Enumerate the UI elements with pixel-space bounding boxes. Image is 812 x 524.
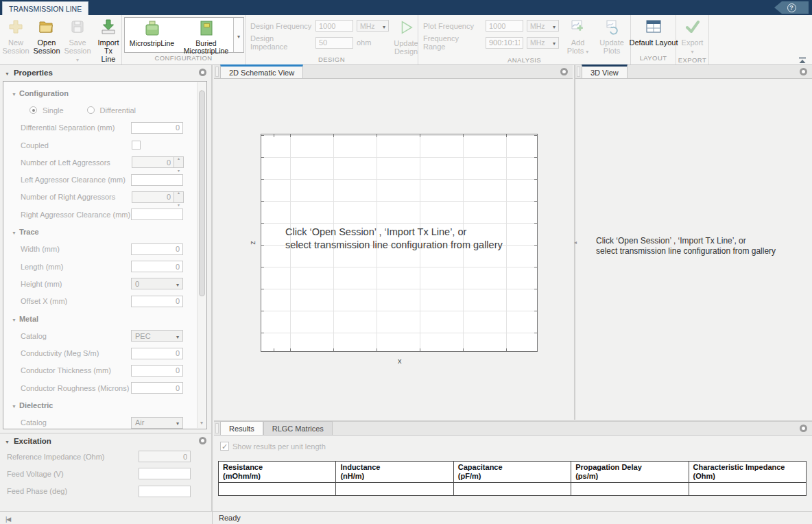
- tab-transmission-line[interactable]: TRANSMISSION LINE: [2, 1, 88, 15]
- group-dielectric[interactable]: Dielectric: [3, 396, 206, 414]
- excitation-actions-button[interactable]: [199, 437, 206, 444]
- feed-voltage-input[interactable]: [139, 468, 191, 479]
- dock-handle-icon[interactable]: [215, 423, 219, 433]
- tab-2d-schematic-view[interactable]: 2D Schematic View: [220, 64, 303, 78]
- add-plots-caret-icon: [586, 47, 588, 55]
- num-left-aggressors-spinner[interactable]: [174, 156, 184, 168]
- dropdown-caret-icon: [176, 418, 179, 427]
- default-layout-icon: [645, 19, 662, 36]
- update-plots-button[interactable]: Update Plots: [593, 15, 630, 55]
- properties-scrollbar[interactable]: [197, 82, 206, 428]
- show-results-per-unit-length-checkbox[interactable]: [220, 442, 229, 451]
- collapse-group-icon: [12, 89, 16, 97]
- save-icon: [69, 19, 86, 36]
- collapse-group-icon: [12, 401, 16, 409]
- buried-microstripline-icon: [198, 20, 215, 40]
- collapse-left-panel-button[interactable]: [5, 512, 10, 524]
- spin-up-icon: [178, 150, 180, 163]
- trace-height-dropdown[interactable]: 0: [131, 278, 183, 289]
- dock-handle-icon[interactable]: [215, 67, 219, 77]
- x-axis-label: x: [398, 357, 402, 365]
- unit-caret-icon: [383, 22, 385, 30]
- scroll-down-icon[interactable]: [198, 415, 206, 427]
- group-trace[interactable]: Trace: [3, 223, 206, 240]
- results-tabbar: Results RLGC Matrices: [214, 422, 812, 436]
- dock-handle-icon[interactable]: [577, 67, 580, 77]
- field-row: Right Aggressor Clearance (mm): [3, 206, 206, 223]
- gallery-dropdown-button[interactable]: [233, 18, 243, 52]
- design-impedance-label: Design Impedance: [250, 34, 312, 51]
- conductor-roughness-input[interactable]: [131, 382, 183, 394]
- gallery-item-microstripline[interactable]: MicrostripLine: [125, 18, 179, 52]
- empty-state-message: Click ‘Open Session’ , ‘Import Tx Line’,…: [285, 226, 503, 252]
- section-analysis: Plot Frequency MHz Frequency Range MHz A…: [418, 15, 631, 64]
- open-session-button[interactable]: Open Session: [33, 15, 60, 55]
- excitation-header[interactable]: Excitation: [0, 433, 211, 448]
- trace-width-input[interactable]: [131, 243, 183, 255]
- differential-separation-input[interactable]: [131, 122, 183, 134]
- metal-catalog-dropdown[interactable]: PEC: [131, 330, 183, 342]
- scrollbar-thumb[interactable]: [199, 91, 205, 296]
- default-layout-button[interactable]: Default Layout: [631, 15, 676, 47]
- new-session-button[interactable]: New Session: [2, 15, 29, 55]
- group-configuration[interactable]: Configuration: [3, 84, 206, 102]
- import-tx-line-button[interactable]: Import Tx Line: [95, 15, 122, 63]
- trace-offset-x-input[interactable]: [131, 296, 183, 307]
- schematic-actions-button[interactable]: [560, 68, 568, 75]
- update-design-button[interactable]: Update Design: [392, 15, 420, 56]
- conductivity-input[interactable]: [131, 348, 183, 359]
- view3d-actions-button[interactable]: [800, 68, 807, 75]
- group-metal[interactable]: Metal: [3, 310, 206, 327]
- status-left-section: [0, 512, 213, 524]
- export-caret-icon: [691, 47, 693, 56]
- coupled-checkbox[interactable]: [132, 141, 141, 150]
- frequency-range-input[interactable]: [486, 37, 523, 49]
- radio-single-label: Single: [43, 106, 64, 115]
- tab-rlgc-matrices[interactable]: RLGC Matrices: [263, 421, 333, 435]
- properties-actions-button[interactable]: [199, 69, 206, 76]
- conductor-thickness-input[interactable]: [131, 365, 183, 377]
- run-play-icon: [398, 19, 414, 37]
- num-right-aggressors-input[interactable]: [132, 191, 174, 203]
- plot-frequency-input[interactable]: [486, 20, 523, 32]
- dielectric-catalog-dropdown[interactable]: Air: [131, 417, 183, 429]
- field-row: Catalog PEC: [3, 327, 206, 344]
- feed-phase-input[interactable]: [139, 486, 191, 497]
- unit-caret-icon: [553, 22, 556, 30]
- export-button[interactable]: Export: [679, 15, 706, 56]
- export-check-icon: [684, 19, 701, 36]
- schematic-tabbar: 2D Schematic View: [214, 65, 573, 79]
- status-message: Ready: [213, 512, 812, 524]
- save-dropdown-caret-icon: [76, 55, 79, 63]
- results-header-row: Resistance(mOhm/m) Inductance(nH/m) Capa…: [219, 462, 807, 483]
- num-right-aggressors-spinner[interactable]: [174, 191, 184, 203]
- help-button[interactable]: ?: [774, 1, 809, 14]
- trace-length-input[interactable]: [131, 261, 183, 272]
- num-left-aggressors-input[interactable]: [132, 156, 174, 168]
- right-aggressor-clearance-input[interactable]: [131, 209, 183, 220]
- design-impedance-input[interactable]: [315, 37, 353, 49]
- results-actions-button[interactable]: [800, 425, 807, 432]
- properties-header[interactable]: Properties: [0, 65, 211, 80]
- frequency-range-unit-dropdown[interactable]: MHz: [527, 37, 559, 49]
- save-session-button[interactable]: Save Session: [64, 15, 91, 64]
- gallery-item-buried-microstripline[interactable]: Buried MicrostripLine: [179, 18, 233, 52]
- radio-single[interactable]: [29, 106, 37, 114]
- collapse-toolstrip-button[interactable]: [798, 55, 807, 62]
- add-plots-button[interactable]: Add Plots: [562, 15, 593, 56]
- left-aggressor-clearance-input[interactable]: [131, 174, 183, 186]
- schematic-plot-axes: Click ‘Open Session’ , ‘Import Tx Line’,…: [261, 134, 538, 352]
- field-row: Number of Left Aggressors: [3, 154, 206, 171]
- microstripline-icon: [143, 20, 161, 40]
- splitter-collapse-handle[interactable]: [574, 239, 577, 246]
- reference-impedance-input[interactable]: [139, 451, 191, 462]
- radio-differential[interactable]: [87, 106, 95, 114]
- plot-frequency-unit-dropdown[interactable]: MHz: [527, 20, 559, 32]
- tab-results[interactable]: Results: [220, 421, 263, 435]
- view-3d-panel: 3D View Click ‘Open Session’ , ‘Import T…: [574, 65, 812, 420]
- toolstrip: New Session Open Session Save Session: [0, 15, 812, 65]
- design-frequency-unit-dropdown[interactable]: MHz: [357, 20, 389, 32]
- design-frequency-input[interactable]: [315, 20, 353, 32]
- y-axis-label: z: [248, 241, 256, 245]
- tab-3d-view[interactable]: 3D View: [582, 64, 628, 78]
